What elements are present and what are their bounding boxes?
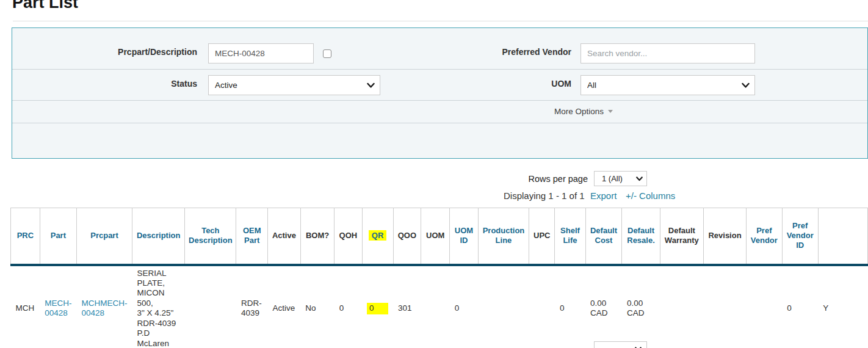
filter-panel: Prcpart/Description Preferred Vendor Sta… — [12, 27, 868, 159]
part-list-table: PRCPartPrcpartDescriptionTech Descriptio… — [10, 208, 868, 348]
cell-tech-description — [185, 265, 236, 348]
column-sort-link[interactable]: UOM ID — [455, 226, 473, 245]
column-header-prc: PRC — [11, 208, 40, 265]
cell-value-default-resale: 0.00 CAD — [627, 299, 645, 317]
panel-divider — [12, 100, 867, 101]
status-select-wrap: Active — [208, 75, 380, 95]
more-options-toggle[interactable]: More Options — [554, 107, 613, 116]
rows-per-page-select[interactable]: 1 (All) — [594, 171, 647, 186]
cell-value-description: SERIAL PLATE, MICON 500, 3" X 4.25" RDR-… — [137, 269, 176, 348]
cell-shelf-life: 0 — [555, 265, 585, 348]
column-header-uom: UOM — [421, 208, 450, 265]
preferred-vendor-label: Preferred Vendor — [378, 47, 571, 57]
column-header-active: Active — [268, 208, 301, 265]
column-sort-link[interactable]: Default Resale. — [627, 226, 655, 245]
cell-value-default-cost: 0.00 CAD — [590, 299, 608, 317]
toggle-columns-link[interactable]: +/- Columns — [626, 190, 675, 201]
column-label: Default Warranty — [665, 226, 699, 245]
status-select[interactable]: Active — [208, 75, 380, 95]
column-sort-link[interactable]: Default Cost — [590, 226, 617, 245]
cell-default-cost: 0.00 CAD — [585, 265, 622, 348]
column-header-prcpart: Prcpart — [77, 208, 132, 265]
cell-active: Active — [268, 265, 301, 348]
table-row: MCHMECH- 00428MCHMECH- 00428SERIAL PLATE… — [11, 265, 868, 348]
column-sort-link[interactable]: Prcpart — [90, 231, 118, 240]
column-sort-link[interactable]: Part — [51, 231, 66, 240]
cell-production-line — [478, 265, 529, 348]
column-sort-link[interactable]: QR — [369, 230, 387, 241]
cell-default-resale: 0.00 CAD — [622, 265, 660, 348]
preferred-vendor-input[interactable] — [580, 43, 755, 63]
column-header-pref-vendor-id: Pref Vendor ID — [782, 208, 818, 265]
cell-value-bom: No — [305, 303, 316, 313]
column-header-default-cost: Default Cost — [585, 208, 622, 265]
cell-value-prc: MCH — [16, 303, 35, 313]
cell-value-qoo: 301 — [398, 303, 412, 313]
column-header-oem-part: OEM Part — [236, 208, 268, 265]
panel-divider — [12, 123, 867, 123]
column-label: UOM — [426, 231, 444, 240]
column-header-bom: BOM? — [300, 208, 334, 265]
prcpart-description-label: Prcpart/Description — [12, 47, 197, 57]
cell-link-prcpart[interactable]: MCHMECH- 00428 — [82, 299, 128, 317]
prcpart-description-input[interactable] — [208, 43, 314, 63]
column-sort-link[interactable]: Description — [137, 231, 181, 240]
column-sort-link[interactable]: Production Line — [483, 226, 525, 245]
uom-select[interactable]: All — [580, 75, 755, 95]
cell-uom — [421, 265, 450, 348]
displaying-count-text: Displaying 1 - 1 of 1 — [504, 190, 585, 201]
column-header-uom-id: UOM ID — [450, 208, 479, 265]
column-sort-link[interactable]: OEM Part — [243, 226, 261, 245]
title-divider — [13, 21, 868, 21]
cell-qoh: 0 — [335, 265, 362, 348]
uom-label: UOM — [378, 79, 571, 89]
rows-per-page-select-bottom[interactable] — [594, 341, 647, 348]
column-label: QOO — [398, 231, 416, 240]
column-sort-link[interactable]: Tech Description — [189, 226, 233, 245]
cell-bom: No — [300, 265, 334, 348]
column-label: UPC — [533, 231, 550, 240]
cell-value-shelf-life: 0 — [560, 303, 565, 313]
prcpart-checkbox[interactable] — [323, 49, 331, 58]
cell-value-qoh: 0 — [339, 303, 344, 313]
rows-per-page-label: Rows per page — [427, 174, 588, 184]
rows-per-page-select-wrap: 1 (All) — [594, 171, 647, 186]
cell-extra: Y — [818, 265, 867, 348]
column-label: Revision — [708, 231, 741, 240]
column-label: BOM? — [306, 231, 329, 240]
column-header-extra — [818, 208, 867, 265]
cell-qoo: 301 — [393, 265, 421, 348]
column-header-pref-vendor: Pref Vendor — [747, 208, 783, 265]
column-sort-link[interactable]: Shelf Life — [560, 226, 580, 245]
cell-value-uom-id: 0 — [455, 303, 460, 313]
page-title: Part List — [12, 0, 78, 12]
export-link[interactable]: Export — [590, 190, 617, 201]
cell-prc: MCH — [11, 265, 40, 348]
column-header-qr: QR — [362, 208, 393, 265]
column-header-production-line: Production Line — [478, 208, 529, 265]
cell-value-pref-vendor-id: 0 — [787, 303, 792, 313]
cell-revision — [704, 265, 747, 348]
cell-description: SERIAL PLATE, MICON 500, 3" X 4.25" RDR-… — [132, 265, 185, 348]
column-label: Active — [272, 231, 296, 240]
column-header-qoh: QOH — [335, 208, 362, 265]
column-header-shelf-life: Shelf Life — [555, 208, 585, 265]
column-sort-link[interactable]: PRC — [17, 231, 34, 240]
cell-upc — [529, 265, 555, 348]
cell-value-oem-part: RDR- 4039 — [241, 299, 262, 317]
cell-value-qr: 0 — [367, 303, 388, 314]
part-list-page: Part List Prcpart/Description Preferred … — [0, 0, 868, 348]
column-sort-link[interactable]: Pref Vendor — [751, 226, 778, 245]
column-header-default-warranty: Default Warranty — [660, 208, 703, 265]
column-header-default-resale: Default Resale. — [622, 208, 660, 265]
cell-pref-vendor — [747, 265, 783, 348]
cell-part: MECH- 00428 — [40, 265, 76, 348]
cell-default-warranty — [660, 265, 703, 348]
column-label: QOH — [339, 231, 358, 240]
caret-down-icon — [608, 110, 613, 113]
cell-pref-vendor-id: 0 — [782, 265, 818, 348]
cell-link-part[interactable]: MECH- 00428 — [45, 299, 71, 317]
rows-per-page-select-bottom-wrap — [594, 341, 647, 348]
status-label: Status — [12, 79, 197, 89]
column-sort-link[interactable]: Pref Vendor ID — [787, 221, 814, 250]
